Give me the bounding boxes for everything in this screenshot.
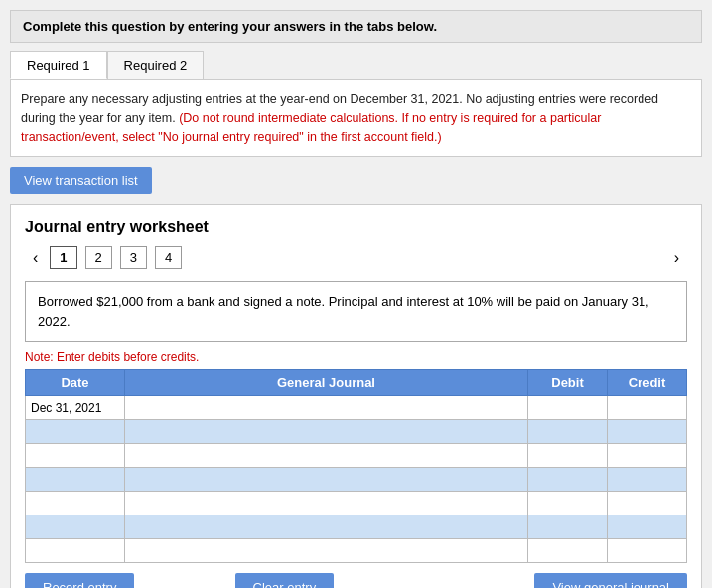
table-row-credit[interactable]	[608, 468, 687, 492]
tabs-row: Required 1 Required 2	[10, 51, 702, 79]
prev-page-arrow[interactable]: ‹	[25, 247, 46, 269]
col-debit: Debit	[528, 370, 608, 396]
table-row-debit[interactable]	[528, 396, 608, 420]
debit-input[interactable]	[533, 449, 602, 463]
view-general-journal-button[interactable]: View general journal	[534, 573, 687, 588]
table-row-credit[interactable]	[608, 492, 687, 515]
debit-input[interactable]	[533, 425, 602, 439]
record-entry-button[interactable]: Record entry	[25, 573, 134, 588]
page-3[interactable]: 3	[120, 246, 147, 269]
table-row-date	[26, 468, 125, 492]
page-1[interactable]: 1	[50, 246, 76, 269]
table-row-credit[interactable]	[608, 515, 687, 539]
journal-input[interactable]	[130, 449, 522, 463]
scenario-box: Borrowed $21,000 from a bank and signed …	[25, 281, 687, 342]
table-row-credit[interactable]	[608, 396, 687, 420]
table-row-journal[interactable]	[125, 515, 528, 539]
table-row-credit[interactable]	[608, 420, 687, 444]
journal-input[interactable]	[130, 544, 522, 558]
table-row-debit[interactable]	[528, 492, 608, 515]
journal-input[interactable]	[130, 425, 522, 439]
tab-required1[interactable]: Required 1	[10, 51, 107, 79]
scenario-text: Borrowed $21,000 from a bank and signed …	[38, 294, 649, 329]
table-row-journal[interactable]	[125, 396, 528, 420]
table-row-credit[interactable]	[608, 539, 687, 563]
table-row-debit[interactable]	[528, 444, 608, 468]
table-row-date: Dec 31, 2021	[26, 396, 125, 420]
table-row-date	[26, 492, 125, 515]
table-row-debit[interactable]	[528, 515, 608, 539]
credit-input[interactable]	[613, 544, 681, 558]
instruction-bar: Complete this question by entering your …	[10, 10, 702, 43]
table-row-date	[26, 515, 125, 539]
journal-input[interactable]	[130, 497, 522, 511]
note-text: Note: Enter debits before credits.	[25, 350, 687, 364]
clear-entry-button[interactable]: Clear entry	[235, 573, 335, 588]
table-row-journal[interactable]	[125, 492, 528, 515]
tab-content-area: Prepare any necessary adjusting entries …	[10, 79, 702, 157]
col-general-journal: General Journal	[125, 370, 528, 396]
table-row-journal[interactable]	[125, 539, 528, 563]
table-row-date	[26, 444, 125, 468]
tab-required2[interactable]: Required 2	[107, 51, 205, 79]
table-row-journal[interactable]	[125, 444, 528, 468]
credit-input[interactable]	[613, 520, 681, 534]
col-date: Date	[26, 370, 125, 396]
page-2[interactable]: 2	[85, 246, 112, 269]
table-row-date	[26, 420, 125, 444]
credit-input[interactable]	[613, 473, 681, 487]
worksheet-container: Journal entry worksheet ‹ 1 2 3 4 › Borr…	[10, 204, 702, 588]
next-page-arrow[interactable]: ›	[666, 247, 687, 269]
col-credit: Credit	[608, 370, 687, 396]
debit-input[interactable]	[533, 497, 602, 511]
table-row-debit[interactable]	[528, 539, 608, 563]
page-4[interactable]: 4	[155, 246, 182, 269]
credit-input[interactable]	[613, 401, 681, 415]
credit-input[interactable]	[613, 497, 681, 511]
table-row-credit[interactable]	[608, 444, 687, 468]
view-transaction-button[interactable]: View transaction list	[10, 167, 152, 194]
credit-input[interactable]	[613, 425, 681, 439]
debit-input[interactable]	[533, 473, 602, 487]
page-wrapper: Complete this question by entering your …	[0, 0, 712, 588]
table-row-journal[interactable]	[125, 468, 528, 492]
table-row-debit[interactable]	[528, 468, 608, 492]
pagination-row: ‹ 1 2 3 4 ›	[25, 246, 687, 269]
journal-input[interactable]	[130, 520, 522, 534]
debit-input[interactable]	[533, 401, 602, 415]
table-row-debit[interactable]	[528, 420, 608, 444]
journal-table: Date General Journal Debit Credit Dec 31…	[25, 369, 687, 563]
journal-input[interactable]	[130, 473, 522, 487]
worksheet-title: Journal entry worksheet	[25, 219, 687, 236]
journal-input[interactable]	[130, 401, 522, 415]
debit-input[interactable]	[533, 520, 602, 534]
table-row-date	[26, 539, 125, 563]
credit-input[interactable]	[613, 449, 681, 463]
table-row-journal[interactable]	[125, 420, 528, 444]
content-instruction: Prepare any necessary adjusting entries …	[21, 90, 691, 146]
instruction-text: Complete this question by entering your …	[23, 19, 437, 34]
action-buttons-row: Record entry Clear entry View general jo…	[25, 573, 687, 588]
debit-input[interactable]	[533, 544, 602, 558]
